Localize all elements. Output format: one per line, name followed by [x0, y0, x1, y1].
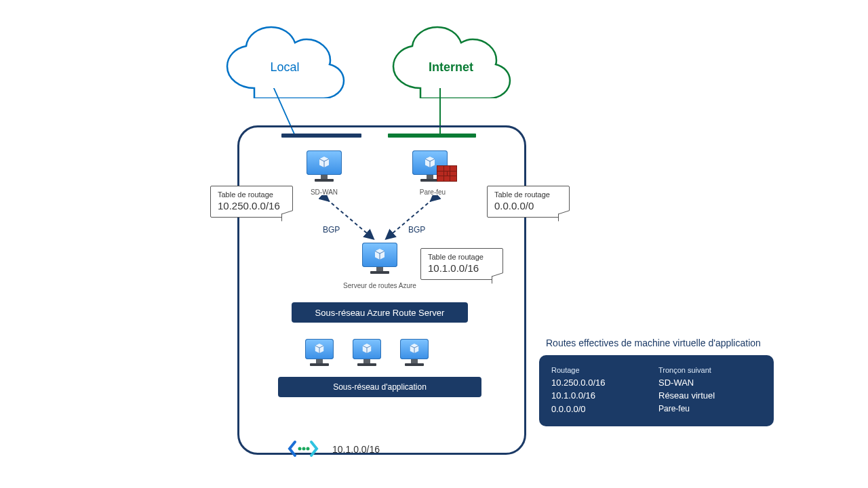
cube-icon [409, 343, 420, 354]
cloud-internet: Internet [383, 24, 519, 98]
sdwan-subnet-bar [281, 134, 361, 138]
firewall-vm [412, 150, 448, 184]
svg-point-4 [307, 447, 310, 451]
firewall-icon [437, 165, 457, 182]
note-title: Table de routage [494, 190, 562, 199]
cloud-icon [217, 24, 353, 98]
route-cell: 10.1.0.0/16 [551, 389, 639, 403]
vnet-box [237, 125, 526, 455]
cube-icon [424, 156, 436, 168]
cube-icon [314, 343, 325, 354]
effective-routes-title: Routes effectives de machine virtuelle d… [546, 338, 761, 348]
bgp-right-label: BGP [408, 225, 425, 235]
diagram-root: Local Internet SD-WAN Pare-feu Table de … [0, 0, 868, 488]
note-title: Table de routage [218, 190, 285, 199]
route-server-note: Table de routage 10.1.0.0/16 [420, 248, 503, 280]
route-cell: 0.0.0.0/0 [551, 403, 639, 416]
cloud-internet-label: Internet [383, 60, 519, 75]
note-value: 10.1.0.0/16 [428, 262, 496, 274]
route-server-label: Serveur de routes Azure [332, 282, 427, 289]
app-vm-1 [305, 339, 334, 367]
route-server-subnet-band: Sous-réseau Azure Route Server [292, 302, 468, 323]
effective-routes-panel: Routage 10.250.0.0/16 10.1.0.0/16 0.0.0.… [539, 355, 774, 426]
route-cell: 10.250.0.0/16 [551, 376, 639, 390]
cube-icon [318, 156, 330, 168]
route-server-vm [362, 243, 397, 277]
firewall-label: Pare-feu [406, 188, 460, 196]
note-value: 0.0.0.0/0 [494, 200, 562, 211]
nexthop-cell: SD-WAN [658, 376, 715, 390]
routes-col-route: Routage [551, 365, 639, 376]
cloud-icon [383, 24, 519, 98]
cube-icon [374, 248, 386, 260]
cloud-local: Local [217, 24, 353, 98]
nexthop-cell: Réseau virtuel [658, 389, 715, 403]
firewall-subnet-bar [388, 134, 476, 138]
app-subnet-band: Sous-réseau d'application [278, 377, 481, 397]
sdwan-route-note: Table de routage 10.250.0.0/16 [210, 186, 293, 218]
cloud-local-label: Local [217, 60, 353, 75]
vnet-icon [288, 439, 319, 461]
bgp-left-label: BGP [323, 225, 340, 235]
vnet-ip-label: 10.1.0.0/16 [332, 444, 380, 455]
app-vm-2 [353, 339, 381, 367]
svg-point-2 [298, 447, 302, 451]
routes-col-nexthop: Tronçon suivant [658, 365, 715, 376]
sdwan-vm [307, 150, 342, 184]
note-title: Table de routage [428, 253, 496, 261]
nexthop-cell: Pare-feu [658, 403, 715, 415]
firewall-route-note: Table de routage 0.0.0.0/0 [487, 186, 570, 218]
note-value: 10.250.0.0/16 [218, 200, 285, 211]
svg-point-3 [302, 447, 306, 451]
app-vm-3 [400, 339, 429, 367]
cube-icon [361, 343, 372, 354]
sdwan-label: SD-WAN [297, 188, 351, 196]
